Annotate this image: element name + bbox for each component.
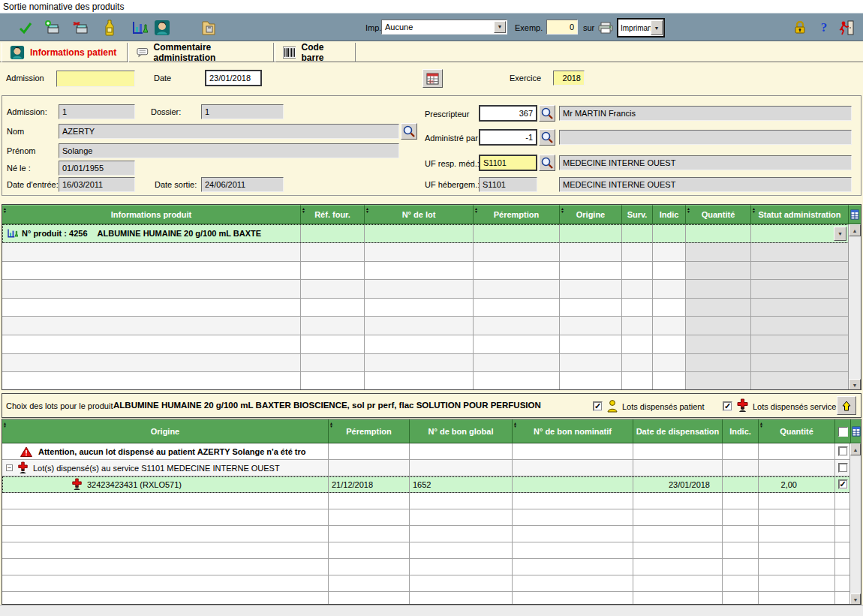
lock-icon[interactable] bbox=[791, 19, 809, 37]
empty-row bbox=[2, 526, 861, 542]
sortie-field[interactable]: 24/06/2011 bbox=[201, 177, 284, 192]
empty-cell bbox=[653, 372, 686, 390]
empty-row bbox=[2, 559, 861, 575]
patient-admission-field[interactable]: 1 bbox=[59, 104, 135, 119]
date-label: Date bbox=[154, 74, 171, 83]
validate-icon[interactable] bbox=[17, 19, 35, 37]
column-header[interactable]: ▲▼Péremption bbox=[474, 205, 560, 224]
column-header[interactable]: ▲▼Informations produit bbox=[2, 205, 301, 224]
value: 16/03/2011 bbox=[62, 180, 103, 189]
column-header[interactable]: Date de dispensation bbox=[633, 419, 723, 443]
column-header[interactable]: Indic. bbox=[723, 419, 759, 443]
move-up-button[interactable] bbox=[837, 396, 856, 415]
column-header[interactable]: ▲▼Quantité bbox=[759, 419, 835, 443]
help-icon[interactable]: ? bbox=[815, 19, 833, 37]
lots-section-bar: Choix des lots pour le produit ALBUMINE … bbox=[2, 393, 861, 418]
empty-cell bbox=[653, 335, 686, 354]
printer-combobox[interactable]: Imprimante ▼ bbox=[617, 18, 665, 38]
select-all-header[interactable] bbox=[835, 419, 851, 443]
entree-field[interactable]: 16/03/2011 bbox=[59, 177, 135, 192]
chevron-down-icon[interactable]: ▼ bbox=[651, 20, 663, 35]
row-checkbox[interactable] bbox=[838, 463, 848, 473]
ne-le-field[interactable]: 01/01/1955 bbox=[59, 161, 135, 176]
empty-cell bbox=[751, 372, 849, 390]
search-uf-resp-button[interactable] bbox=[539, 155, 555, 171]
empty-row bbox=[2, 262, 861, 281]
warning-row[interactable]: Attention, aucun lot dispensé au patient… bbox=[2, 443, 861, 460]
imp-combobox[interactable]: Aucune ▼ bbox=[381, 20, 507, 35]
column-header[interactable]: ▲▼Péremption bbox=[329, 419, 410, 443]
products-scrollbar[interactable]: ▲ ▼ bbox=[848, 224, 861, 390]
scroll-up-icon[interactable]: ▲ bbox=[849, 224, 861, 236]
empty-cell bbox=[560, 335, 622, 354]
empty-cell bbox=[622, 335, 653, 354]
remove-dispense-icon[interactable] bbox=[72, 19, 90, 37]
lots-service-checkbox[interactable]: ✓ bbox=[723, 401, 732, 411]
calendar-button[interactable]: 30 bbox=[422, 69, 443, 88]
nom-field[interactable]: AZERTY bbox=[59, 124, 399, 139]
value: Mr MARTIN Francis bbox=[563, 109, 636, 118]
empty-cell bbox=[365, 317, 474, 335]
column-header[interactable]: ▲▼Quantité bbox=[686, 205, 751, 224]
empty-cell bbox=[633, 559, 723, 575]
grid-settings-icon[interactable] bbox=[849, 205, 861, 224]
column-header[interactable]: ▲▼N° de bon nominatif bbox=[513, 419, 633, 443]
column-header[interactable]: ▲▼Origine bbox=[560, 205, 622, 224]
column-header[interactable]: ▲▼Statut administration bbox=[751, 205, 849, 224]
empty-cell bbox=[2, 372, 301, 390]
product-row[interactable]: N° produit : 4256 ALBUMINE HUMAINE 20 g/… bbox=[2, 224, 861, 243]
date-input[interactable]: 23/01/2018 bbox=[205, 70, 262, 86]
dossier-field[interactable]: 1 bbox=[201, 104, 284, 119]
tab-code-barre[interactable]: Code barre bbox=[275, 43, 356, 62]
search-administre-button[interactable] bbox=[539, 129, 555, 146]
column-header[interactable]: N° de bon global bbox=[410, 419, 513, 443]
scroll-up-icon[interactable]: ▲ bbox=[850, 443, 861, 455]
comment-icon bbox=[137, 47, 149, 58]
cell-peremption bbox=[474, 224, 560, 243]
collapse-icon[interactable]: − bbox=[6, 464, 13, 471]
service-group-row[interactable]: − Lot(s) dispensé(s) au service S1101 ME… bbox=[2, 460, 861, 476]
column-header[interactable]: ▲▼Origine bbox=[2, 419, 329, 443]
empty-cell bbox=[686, 372, 751, 390]
row-checkbox-checked[interactable]: ✓ bbox=[838, 479, 848, 489]
value: 24/06/2011 bbox=[205, 180, 245, 189]
tab-commentaire-administration[interactable]: Commentaire administration bbox=[128, 43, 274, 62]
column-header[interactable]: Surv. bbox=[622, 205, 653, 224]
empty-row bbox=[2, 542, 861, 559]
scroll-down-icon[interactable]: ▼ bbox=[850, 593, 861, 605]
column-header[interactable]: ▲▼N° de lot bbox=[365, 205, 474, 224]
stats-chart-icon[interactable] bbox=[131, 19, 149, 37]
exemp-input[interactable]: 0 bbox=[546, 20, 578, 35]
add-dispense-icon[interactable] bbox=[44, 19, 62, 37]
exercice-input[interactable]: 2018 bbox=[553, 71, 585, 86]
prenom-field[interactable]: Solange bbox=[59, 143, 399, 158]
empty-cell bbox=[474, 372, 560, 390]
product-bottle-icon[interactable] bbox=[101, 19, 119, 37]
empty-cell bbox=[723, 559, 759, 575]
admission-label: Admission bbox=[6, 74, 44, 83]
grid-settings-icon[interactable] bbox=[851, 419, 861, 443]
administre-code-input[interactable]: -1 bbox=[479, 129, 537, 146]
column-header[interactable]: ▲▼Réf. four. bbox=[301, 205, 365, 224]
uf-resp-code-input[interactable]: S1101 bbox=[479, 155, 537, 171]
prescripteur-code-input[interactable]: 367 bbox=[479, 105, 537, 122]
search-prescripteur-button[interactable] bbox=[539, 105, 555, 122]
empty-cell bbox=[751, 280, 849, 299]
exit-icon[interactable] bbox=[837, 19, 855, 37]
row-checkbox[interactable] bbox=[838, 446, 848, 456]
empty-row bbox=[2, 493, 861, 509]
lots-patient-checkbox[interactable]: ✓ bbox=[593, 401, 603, 411]
empty-cell bbox=[686, 280, 751, 299]
search-patient-button[interactable] bbox=[401, 123, 417, 140]
scroll-down-icon[interactable]: ▼ bbox=[849, 379, 861, 390]
patient-icon[interactable] bbox=[153, 19, 171, 37]
save-folder-icon[interactable] bbox=[200, 19, 218, 37]
tab-informations-patient[interactable]: Informations patient bbox=[2, 43, 128, 62]
lots-table: ▲▼Origine▲▼PéremptionN° de bon global▲▼N… bbox=[2, 419, 861, 605]
lots-scrollbar[interactable]: ▲ ▼ bbox=[849, 443, 861, 605]
statut-dropdown-button[interactable]: ▼ bbox=[834, 227, 846, 241]
column-header[interactable]: Indic bbox=[653, 205, 686, 224]
admission-input[interactable] bbox=[56, 71, 135, 87]
lot-row[interactable]: 32423423431 (RXLO571) 21/12/2018 1652 23… bbox=[2, 476, 861, 493]
chevron-down-icon[interactable]: ▼ bbox=[494, 21, 506, 33]
